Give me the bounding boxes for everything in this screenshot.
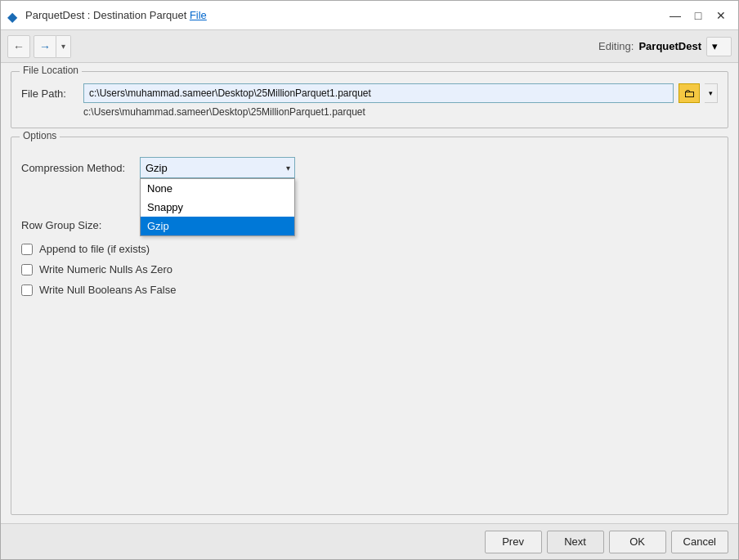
write-null-booleans-label: Write Null Booleans As False xyxy=(39,284,176,296)
back-button[interactable]: ← xyxy=(7,35,30,58)
write-numeric-nulls-label: Write Numeric Nulls As Zero xyxy=(39,263,172,276)
compression-value: Gzip xyxy=(146,162,168,174)
title-bar: ◆ ParquetDest : Destination Parquet File… xyxy=(1,1,738,30)
compression-row: Compression Method: Gzip ▾ None Snappy G… xyxy=(21,157,718,178)
checkbox-row-3: Write Null Booleans As False xyxy=(21,284,718,296)
file-path-hint: c:\Users\muhammad.sameer\Desktop\25Milli… xyxy=(83,106,718,118)
forward-dropdown-icon: ▾ xyxy=(61,42,65,51)
options-content: Compression Method: Gzip ▾ None Snappy G… xyxy=(21,149,718,296)
app-icon: ◆ xyxy=(7,9,20,22)
forward-icon: → xyxy=(39,40,51,53)
toolbar: ← → ▾ Editing: ParquetDest ▾ xyxy=(1,30,738,63)
forward-dropdown[interactable]: ▾ xyxy=(56,35,71,58)
forward-button[interactable]: → xyxy=(34,35,56,58)
file-location-group: File Location File Path: 🗀 ▾ c:\Users\mu… xyxy=(11,71,728,128)
file-location-legend: File Location xyxy=(20,65,82,76)
toolbar-editing: Editing: ParquetDest ▾ xyxy=(598,37,732,56)
row-group-label: Row Group Size: xyxy=(21,219,140,231)
select-arrow-icon: ▾ xyxy=(286,164,290,172)
prev-button[interactable]: Prev xyxy=(485,531,542,553)
row-group-row: Row Group Size: xyxy=(21,219,718,231)
write-numeric-nulls-checkbox[interactable] xyxy=(21,264,33,276)
browse-dropdown-icon: ▾ xyxy=(709,89,713,97)
title-text: ParquetDest : Destination Parquet File xyxy=(25,9,665,21)
footer: Prev Next OK Cancel xyxy=(1,523,738,559)
file-path-input[interactable] xyxy=(83,83,674,103)
editing-dropdown[interactable]: ▾ xyxy=(706,37,732,56)
file-path-label: File Path: xyxy=(21,87,78,100)
editing-label: Editing: xyxy=(598,40,634,52)
next-button[interactable]: Next xyxy=(547,531,604,553)
options-group: Options Compression Method: Gzip ▾ None … xyxy=(11,137,728,515)
checkbox-row-2: Write Numeric Nulls As Zero xyxy=(21,263,718,276)
checkbox-row-1: Append to file (if exists) xyxy=(21,243,718,255)
toolbar-nav: ← → ▾ xyxy=(7,35,71,58)
folder-icon: 🗀 xyxy=(683,87,695,100)
close-button[interactable]: ✕ xyxy=(710,7,732,25)
browse-button[interactable]: 🗀 xyxy=(679,83,700,103)
compression-select[interactable]: Gzip ▾ xyxy=(140,157,295,178)
option-gzip[interactable]: Gzip xyxy=(141,217,294,235)
file-location-content: File Path: 🗀 ▾ c:\Users\muhammad.sameer\… xyxy=(21,83,718,118)
cancel-button[interactable]: Cancel xyxy=(671,531,728,553)
append-file-label: Append to file (if exists) xyxy=(39,243,150,255)
option-none[interactable]: None xyxy=(141,179,294,198)
compression-label: Compression Method: xyxy=(21,162,140,174)
maximize-button[interactable]: □ xyxy=(687,7,709,25)
ok-button[interactable]: OK xyxy=(609,531,666,553)
window-controls: — □ ✕ xyxy=(665,7,732,25)
forward-split: → ▾ xyxy=(34,35,71,58)
option-snappy[interactable]: Snappy xyxy=(141,198,294,217)
chevron-down-icon: ▾ xyxy=(712,40,718,52)
append-file-checkbox[interactable] xyxy=(21,244,33,255)
minimize-button[interactable]: — xyxy=(665,7,686,25)
main-window: ◆ ParquetDest : Destination Parquet File… xyxy=(0,0,739,560)
file-path-row: File Path: 🗀 ▾ xyxy=(21,83,718,103)
content-area: File Location File Path: 🗀 ▾ c:\Users\mu… xyxy=(1,63,738,523)
back-icon: ← xyxy=(13,40,25,53)
compression-dropdown: None Snappy Gzip xyxy=(140,178,295,236)
editing-value: ParquetDest xyxy=(638,40,701,52)
browse-dropdown[interactable]: ▾ xyxy=(705,83,718,103)
write-null-booleans-checkbox[interactable] xyxy=(21,284,33,296)
options-legend: Options xyxy=(20,130,60,141)
compression-select-wrapper: Gzip ▾ None Snappy Gzip xyxy=(140,157,295,178)
